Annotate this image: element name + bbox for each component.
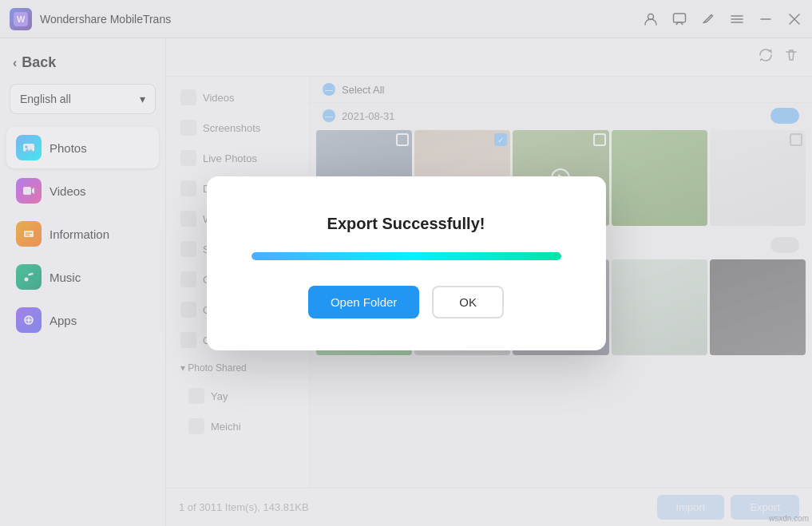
modal-title: Export Successfully! [327,215,485,233]
open-folder-button[interactable]: Open Folder [308,286,419,318]
export-success-modal: Export Successfully! Open Folder OK [207,176,606,350]
ok-button[interactable]: OK [432,286,504,318]
watermark: wsxdn.com [769,514,809,523]
modal-buttons: Open Folder OK [308,286,504,318]
progress-bar-container [252,252,561,260]
progress-bar-fill [252,252,561,260]
modal-overlay: Export Successfully! Open Folder OK [0,0,812,526]
